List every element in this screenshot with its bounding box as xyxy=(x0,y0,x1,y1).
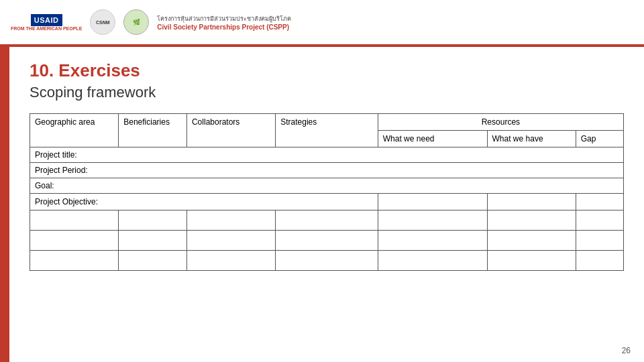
goal-cell: Goal: xyxy=(30,178,624,194)
empty-col-1 xyxy=(186,210,275,231)
empty-gap-1 xyxy=(576,210,623,231)
empty-gap-2 xyxy=(576,231,623,251)
usaid-label: USAID xyxy=(31,14,62,26)
project-objective-row: Project Objective: xyxy=(30,194,624,210)
empty-geo-2 xyxy=(30,231,119,251)
empty-have-3 xyxy=(487,251,576,271)
obj-have-1 xyxy=(487,194,576,210)
col-str-header: Strategies xyxy=(276,114,378,147)
col-gap-header: Gap xyxy=(576,131,623,147)
resources-header: Resources xyxy=(378,114,623,131)
page-header: USAID FROM THE AMERICAN PEOPLE CSNM 🌿 โค… xyxy=(0,0,644,47)
empty-ben-1 xyxy=(119,210,187,231)
empty-geo-1 xyxy=(30,210,119,231)
col-geo-header: Geographic area xyxy=(30,114,119,147)
col-col-header: Collaborators xyxy=(186,114,275,147)
section-subtitle: Scoping framework xyxy=(30,84,624,101)
section-title: 10. Exercises xyxy=(30,60,624,81)
table-row xyxy=(30,210,624,231)
obj-need-1 xyxy=(378,194,487,210)
page-number: 26 xyxy=(622,346,631,355)
empty-need-2 xyxy=(378,231,487,251)
table-header-row: Geographic area Beneficiaries Collaborat… xyxy=(30,114,624,131)
project-title-row: Project title: xyxy=(30,147,624,163)
project-period-row: Project Period: xyxy=(30,163,624,178)
table-row xyxy=(30,251,624,271)
project-title-cell: Project title: xyxy=(30,147,624,163)
partner-logo: 🌿 xyxy=(123,9,149,35)
empty-ben-2 xyxy=(119,231,187,251)
empty-str-1 xyxy=(276,210,378,231)
left-accent-bar xyxy=(0,47,9,362)
header-text: โครงการหุ้นส่วนการมีส่วนร่วมประชาสังคมผู… xyxy=(157,14,633,31)
goal-row: Goal: xyxy=(30,178,624,194)
empty-col-3 xyxy=(186,251,275,271)
empty-geo-3 xyxy=(30,251,119,271)
col-ben-header: Beneficiaries xyxy=(119,114,187,147)
col-have-header: What we have xyxy=(487,131,576,147)
table-row xyxy=(30,231,624,251)
header-line2: Civil Society Partnerships Project (CSPP… xyxy=(157,23,633,31)
main-content: 10. Exercises Scoping framework Geograph… xyxy=(9,47,644,362)
obj-gap-1 xyxy=(576,194,623,210)
usaid-logo: USAID FROM THE AMERICAN PEOPLE xyxy=(11,14,82,31)
empty-ben-3 xyxy=(119,251,187,271)
empty-gap-3 xyxy=(576,251,623,271)
scoping-table: Geographic area Beneficiaries Collaborat… xyxy=(30,113,624,271)
header-line1: โครงการหุ้นส่วนการมีส่วนร่วมประชาสังคมผู… xyxy=(157,14,633,23)
empty-str-3 xyxy=(276,251,378,271)
empty-str-2 xyxy=(276,231,378,251)
empty-need-3 xyxy=(378,251,487,271)
col-need-header: What we need xyxy=(378,131,487,147)
project-objective-cell: Project Objective: xyxy=(30,194,378,210)
project-period-cell: Project Period: xyxy=(30,163,624,178)
empty-have-1 xyxy=(487,210,576,231)
csnm-logo: CSNM xyxy=(90,9,115,35)
empty-col-2 xyxy=(186,231,275,251)
empty-need-1 xyxy=(378,210,487,231)
empty-have-2 xyxy=(487,231,576,251)
